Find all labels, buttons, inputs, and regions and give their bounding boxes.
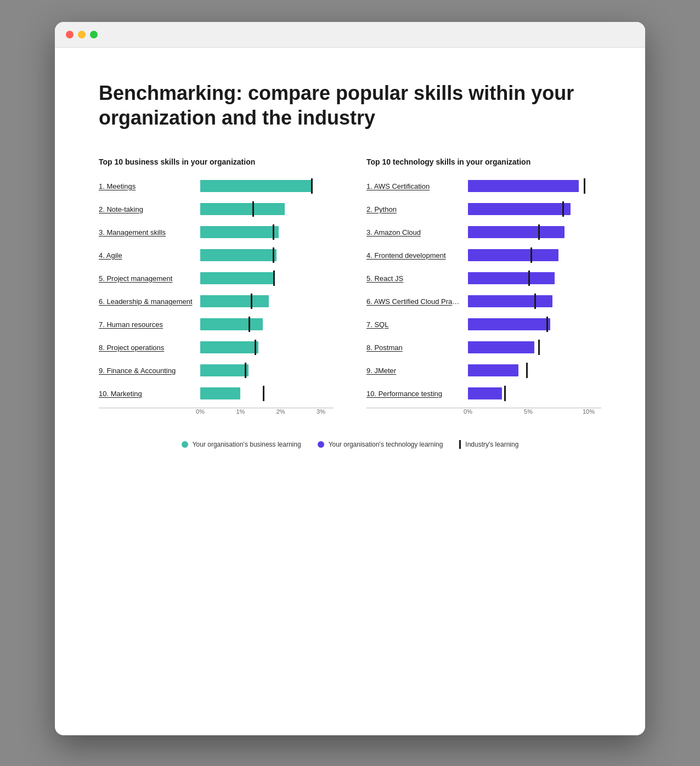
bar-container — [200, 341, 321, 353]
bar-container — [468, 318, 589, 330]
bar-container — [200, 180, 321, 192]
bar-row: 6. Leadership & management — [99, 292, 334, 310]
axis-label: 0% — [464, 408, 472, 415]
bar-fill — [200, 203, 285, 215]
industry-marker — [546, 317, 548, 332]
bar-container — [468, 364, 589, 376]
bar-label[interactable]: 3. Management skills — [99, 228, 200, 236]
legend-business: Your organisation's business learning — [182, 441, 301, 448]
legend-tech-label: Your organisation's technology learning — [329, 441, 443, 448]
charts-row: Top 10 business skills in your organizat… — [99, 157, 601, 418]
tech-bar-chart: 1. AWS Certification2. Python3. Amazon C… — [366, 177, 601, 402]
bar-container — [468, 226, 589, 238]
bar-fill — [200, 341, 258, 353]
bar-row: 2. Note-taking — [99, 200, 334, 218]
bar-container — [200, 203, 321, 215]
bar-container — [200, 318, 321, 330]
bar-container — [200, 272, 321, 284]
legend-industry: Industry's learning — [459, 440, 518, 449]
bar-label[interactable]: 1. AWS Certification — [366, 182, 468, 190]
bar-label[interactable]: 5. React JS — [366, 274, 468, 283]
bar-container — [200, 295, 321, 307]
bar-label[interactable]: 1. Meetings — [99, 182, 200, 190]
industry-marker — [252, 201, 254, 217]
bar-row: 4. Frontend development — [366, 246, 601, 264]
legend: Your organisation's business learning Yo… — [99, 440, 601, 449]
page-title: Benchmarking: compare popular skills wit… — [99, 81, 601, 130]
legend-tech-dot — [318, 441, 324, 448]
industry-marker — [311, 178, 313, 194]
page-content: Benchmarking: compare popular skills wit… — [55, 48, 645, 493]
bar-label[interactable]: 6. AWS Certified Cloud Practitio... — [366, 297, 468, 306]
bar-row: 1. Meetings — [99, 177, 334, 195]
bar-container — [468, 387, 589, 399]
axis-label: 1% — [236, 408, 245, 415]
industry-marker — [526, 363, 528, 378]
bar-fill — [200, 364, 249, 376]
tech-chart-title: Top 10 technology skills in your organiz… — [366, 157, 601, 166]
bar-label[interactable]: 10. Performance testing — [366, 390, 468, 398]
axis-label: 5% — [524, 408, 533, 415]
industry-marker — [251, 294, 252, 309]
bar-fill — [468, 295, 552, 307]
bar-row: 5. React JS — [366, 269, 601, 287]
bar-label[interactable]: 4. Frontend development — [366, 251, 468, 260]
bar-container — [200, 249, 321, 261]
industry-marker — [273, 247, 274, 263]
bar-container — [468, 203, 589, 215]
bar-label[interactable]: 10. Marketing — [99, 390, 200, 398]
bar-label[interactable]: 6. Leadership & management — [99, 297, 200, 306]
bar-row: 10. Marketing — [99, 385, 334, 402]
axis-label: 3% — [317, 408, 325, 415]
minimize-button[interactable] — [78, 31, 86, 38]
bar-row: 7. Human resources — [99, 316, 334, 333]
bar-label[interactable]: 8. Project operations — [99, 343, 200, 352]
bar-label[interactable]: 5. Project management — [99, 274, 200, 283]
bar-fill — [468, 249, 558, 261]
browser-window: Benchmarking: compare popular skills wit… — [55, 22, 645, 735]
industry-marker — [249, 317, 250, 332]
bar-fill — [468, 203, 571, 215]
bar-row: 8. Postman — [366, 339, 601, 356]
industry-marker — [255, 340, 256, 355]
legend-business-label: Your organisation's business learning — [193, 441, 301, 448]
bar-fill — [468, 318, 550, 330]
industry-marker — [263, 386, 264, 401]
bar-label[interactable]: 7. SQL — [366, 320, 468, 329]
industry-marker — [584, 178, 585, 194]
bar-container — [200, 364, 321, 376]
axis-label: 0% — [196, 408, 205, 415]
bar-fill — [468, 180, 579, 192]
bar-row: 9. Finance & Accounting — [99, 362, 334, 379]
industry-marker — [530, 247, 532, 263]
maximize-button[interactable] — [90, 31, 98, 38]
bar-row: 7. SQL — [366, 316, 601, 333]
business-chart-section: Top 10 business skills in your organizat… — [99, 157, 334, 418]
bar-fill — [200, 249, 276, 261]
bar-label[interactable]: 9. Finance & Accounting — [99, 367, 200, 375]
bar-container — [468, 295, 589, 307]
bar-container — [200, 226, 321, 238]
axis-label: 10% — [583, 408, 595, 415]
business-chart-title: Top 10 business skills in your organizat… — [99, 157, 334, 166]
bar-label[interactable]: 2. Note-taking — [99, 205, 200, 213]
legend-business-dot — [182, 441, 188, 448]
industry-marker — [273, 224, 274, 240]
bar-fill — [468, 272, 555, 284]
bar-label[interactable]: 2. Python — [366, 205, 468, 213]
bar-label[interactable]: 8. Postman — [366, 343, 468, 352]
axis-label: 2% — [276, 408, 285, 415]
industry-marker — [528, 271, 530, 286]
bar-container — [468, 272, 589, 284]
bar-row: 3. Management skills — [99, 223, 334, 241]
bar-row: 1. AWS Certification — [366, 177, 601, 195]
bar-label[interactable]: 9. JMeter — [366, 367, 468, 375]
bar-label[interactable]: 7. Human resources — [99, 320, 200, 329]
close-button[interactable] — [66, 31, 74, 38]
bar-label[interactable]: 3. Amazon Cloud — [366, 228, 468, 236]
bar-fill — [468, 226, 564, 238]
bar-label[interactable]: 4. Agile — [99, 251, 200, 260]
bar-fill — [468, 364, 518, 376]
bar-row: 10. Performance testing — [366, 385, 601, 402]
bar-container — [468, 341, 589, 353]
